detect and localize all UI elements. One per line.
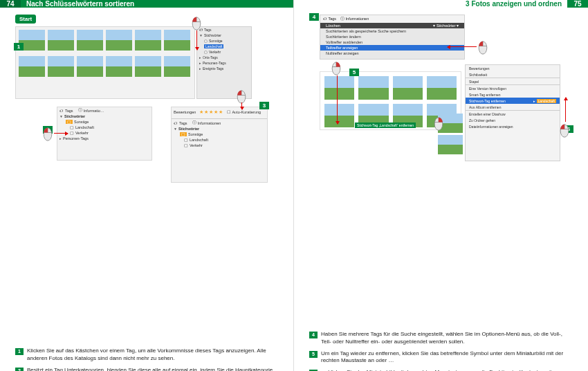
figure-area-left: 🏷Tags ▼Stichwörter ▢Sonstige Landschaft … xyxy=(15,24,278,183)
arrow-up-icon xyxy=(565,98,566,122)
start-badge: Start xyxy=(15,15,36,24)
figure-area-right: 🏷 Tagsⓘ Informationen Löschen▾ Stichwört… xyxy=(309,15,573,170)
steps-right: 4Haben Sie mehrere Tags für die Suche ei… xyxy=(309,331,573,371)
mouse-cursor-icon xyxy=(330,62,342,75)
arrow-left-icon xyxy=(448,46,477,47)
chapter-title-left: Nach Schlüsselwörtern sortieren xyxy=(21,0,293,8)
arrow-right-icon xyxy=(54,133,68,134)
step-marker-1: 1 xyxy=(14,43,24,51)
header-left: 74 Nach Schlüsselwörtern sortieren xyxy=(0,0,293,8)
mouse-cursor-icon xyxy=(477,41,489,55)
arrow-down-icon xyxy=(241,102,242,109)
step-item: 1Klicken Sie auf das Kästchen vor einem … xyxy=(15,347,278,363)
mouse-cursor-icon xyxy=(235,90,248,104)
page-right: 3 Fotos anzeigen und ordnen 75 🏷 Tagsⓘ I… xyxy=(294,0,588,371)
figure-4-menu: 🏷 Tagsⓘ Informationen Löschen▾ Stichwört… xyxy=(320,15,465,60)
content-right: 🏷 Tagsⓘ Informationen Löschen▾ Stichwört… xyxy=(294,8,588,371)
mouse-cursor-icon xyxy=(558,124,571,138)
page-left: 74 Nach Schlüsselwörtern sortieren Start… xyxy=(0,0,294,371)
book-spread: 74 Nach Schlüsselwörtern sortieren Start… xyxy=(0,0,588,371)
thumb-tooltip: Stichwort-Tag „Landschaft“ entfernen xyxy=(355,123,416,128)
steps-left: 1Klicken Sie auf das Kästchen vor einem … xyxy=(15,347,278,371)
page-number-right: 75 xyxy=(567,0,588,8)
figure-6-context-menu: Bewertungen Sichtbarkeit Stapel Eine Ver… xyxy=(465,64,560,161)
figure-1-side-panel: 🏷Tags ▼Stichwörter ▢Sonstige Landschaft … xyxy=(196,26,252,99)
step-item: 4Haben Sie mehrere Tags für die Suche ei… xyxy=(309,331,573,346)
mouse-cursor-icon xyxy=(190,17,203,30)
figure-3-panel: Bewertungen ★★★★★ ☐ Auto-Kuratierung 🏷Ta… xyxy=(171,107,268,183)
mouse-cursor-icon xyxy=(432,117,445,131)
figure-1-thumbnail-grid xyxy=(15,26,195,99)
step-item: 5Um ein Tag wieder zu entfernen, klicken… xyxy=(309,350,573,365)
mouse-cursor-icon xyxy=(42,127,54,141)
chapter-title-right: 3 Fotos anzeigen und ordnen xyxy=(294,0,567,8)
rating-stars: ★★★★★ xyxy=(197,108,226,116)
content-left: Start 🏷Tags ▼Stichwörter ▢Sonstige Lands… xyxy=(0,8,293,371)
header-right: 3 Fotos anzeigen und ordnen 75 xyxy=(294,0,588,8)
step-marker-4: 4 xyxy=(309,13,319,21)
step-marker-5: 5 xyxy=(349,69,359,76)
step-item: 2Besitzt ein Tag Unterkategorien, blende… xyxy=(15,367,278,371)
page-number-left: 74 xyxy=(0,0,21,8)
arrow-down-icon xyxy=(196,30,197,50)
step-marker-3: 3 xyxy=(259,102,269,109)
arrow-down-icon xyxy=(337,75,338,124)
figure-2-panel: 🏷Tags ⓘInformatio… ▼Stichwörter ▢Sonstig… xyxy=(57,107,152,161)
